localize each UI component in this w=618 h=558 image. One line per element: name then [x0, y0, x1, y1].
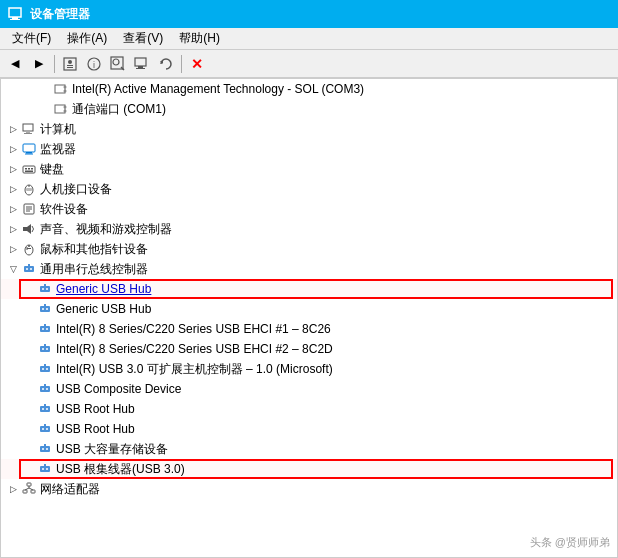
list-item[interactable]: USB 大容量存储设备: [1, 439, 617, 459]
properties-button[interactable]: [59, 53, 81, 75]
svg-point-72: [46, 388, 48, 390]
soft-icon: [21, 201, 37, 217]
list-item[interactable]: Intel(R) Active Management Technology - …: [1, 79, 617, 99]
svg-point-18: [64, 90, 67, 93]
item-label: 人机接口设备: [40, 181, 112, 198]
list-item[interactable]: ▷ 软件设备: [1, 199, 617, 219]
list-item[interactable]: Intel(R) 8 Series/C220 Series USB EHCI #…: [1, 319, 617, 339]
svg-rect-12: [135, 58, 146, 66]
back-button[interactable]: ◀: [4, 53, 26, 75]
usb-icon: [37, 381, 53, 397]
svg-rect-40: [23, 227, 27, 231]
menu-help[interactable]: 帮助(H): [171, 28, 228, 49]
item-label: 通信端口 (COM1): [72, 101, 166, 118]
svg-point-64: [46, 348, 48, 350]
svg-point-63: [42, 348, 44, 350]
expand-icon: ▷: [5, 121, 21, 137]
watermark: 头条 @贤师师弟: [530, 535, 610, 550]
svg-point-11: [113, 59, 119, 65]
list-item[interactable]: ▽ 通用串行总线控制器: [1, 259, 617, 279]
svg-rect-24: [24, 133, 32, 134]
svg-rect-65: [44, 344, 46, 347]
toolbar: ◀ ▶ i ✕: [0, 50, 618, 78]
svg-rect-92: [31, 490, 35, 493]
menu-action[interactable]: 操作(A): [59, 28, 115, 49]
info-button[interactable]: i: [83, 53, 105, 75]
svg-rect-85: [44, 444, 46, 447]
expand-icon: [21, 421, 37, 437]
svg-rect-69: [44, 364, 46, 367]
list-item[interactable]: Intel(R) USB 3.0 可扩展主机控制器 – 1.0 (Microso…: [1, 359, 617, 379]
list-item[interactable]: USB Root Hub: [1, 419, 617, 439]
refresh-button[interactable]: [155, 53, 177, 75]
port-icon: [53, 101, 69, 117]
expand-icon: [37, 101, 53, 117]
svg-point-45: [28, 245, 30, 247]
item-label: USB Root Hub: [56, 402, 135, 416]
list-item[interactable]: Generic USB Hub: [1, 299, 617, 319]
port-icon: [53, 81, 69, 97]
svg-rect-16: [55, 85, 65, 93]
svg-rect-90: [27, 483, 31, 486]
forward-button[interactable]: ▶: [28, 53, 50, 75]
menu-view[interactable]: 查看(V): [115, 28, 171, 49]
expand-icon: [21, 461, 37, 477]
list-item[interactable]: USB 根集线器(USB 3.0): [1, 459, 617, 479]
svg-point-48: [30, 268, 32, 270]
menu-file[interactable]: 文件(F): [4, 28, 59, 49]
device-tree[interactable]: Intel(R) Active Management Technology - …: [0, 78, 618, 558]
usb-icon: [37, 361, 53, 377]
svg-rect-27: [25, 154, 33, 155]
list-item[interactable]: Generic USB Hub: [1, 279, 617, 299]
window-title: 设备管理器: [30, 6, 90, 23]
svg-rect-5: [67, 65, 73, 66]
svg-point-59: [42, 328, 44, 330]
svg-rect-1: [12, 17, 18, 19]
list-item[interactable]: 通信端口 (COM1): [1, 99, 617, 119]
item-label: 软件设备: [40, 201, 88, 218]
delete-button[interactable]: ✕: [186, 53, 208, 75]
svg-rect-29: [25, 168, 27, 170]
expand-icon: [21, 361, 37, 377]
usb-icon: [37, 341, 53, 357]
list-item[interactable]: ▷ 声音、视频和游戏控制器: [1, 219, 617, 239]
list-item[interactable]: ▷ 人机接口设备: [1, 179, 617, 199]
monitor-button[interactable]: [131, 53, 153, 75]
svg-rect-91: [23, 490, 27, 493]
list-item[interactable]: Intel(R) 8 Series/C220 Series USB EHCI #…: [1, 339, 617, 359]
svg-rect-81: [44, 424, 46, 427]
expand-icon: [21, 341, 37, 357]
svg-rect-53: [44, 284, 46, 287]
expand-icon: ▷: [5, 201, 21, 217]
list-item[interactable]: USB Composite Device: [1, 379, 617, 399]
svg-rect-25: [23, 144, 35, 152]
svg-point-52: [46, 288, 48, 290]
expand-icon: [21, 321, 37, 337]
list-item[interactable]: ▷ 计算机: [1, 119, 617, 139]
mouse-icon: [21, 241, 37, 257]
list-item[interactable]: ▷ 监视器: [1, 139, 617, 159]
svg-point-71: [42, 388, 44, 390]
svg-rect-26: [26, 152, 32, 154]
item-label: Intel(R) Active Management Technology - …: [72, 82, 364, 96]
svg-point-88: [46, 468, 48, 470]
list-item[interactable]: ▷ 网络适配器: [1, 479, 617, 499]
svg-rect-19: [55, 105, 65, 113]
item-label: 监视器: [40, 141, 76, 158]
list-item[interactable]: USB Root Hub: [1, 399, 617, 419]
svg-point-21: [64, 110, 67, 113]
item-label: 网络适配器: [40, 481, 100, 498]
scan-button[interactable]: [107, 53, 129, 75]
svg-point-51: [42, 288, 44, 290]
expand-icon: ▷: [5, 161, 21, 177]
svg-rect-2: [10, 19, 20, 20]
computer-icon: [21, 121, 37, 137]
list-item[interactable]: ▷ 鼠标和其他指针设备: [1, 239, 617, 259]
list-item[interactable]: ▷ 键盘: [1, 159, 617, 179]
toolbar-separator-2: [181, 55, 182, 73]
svg-rect-89: [44, 464, 46, 467]
expand-icon: ▽: [5, 261, 21, 277]
expand-icon: ▷: [5, 481, 21, 497]
title-bar: 设备管理器: [0, 0, 618, 28]
app-icon: [8, 6, 24, 22]
